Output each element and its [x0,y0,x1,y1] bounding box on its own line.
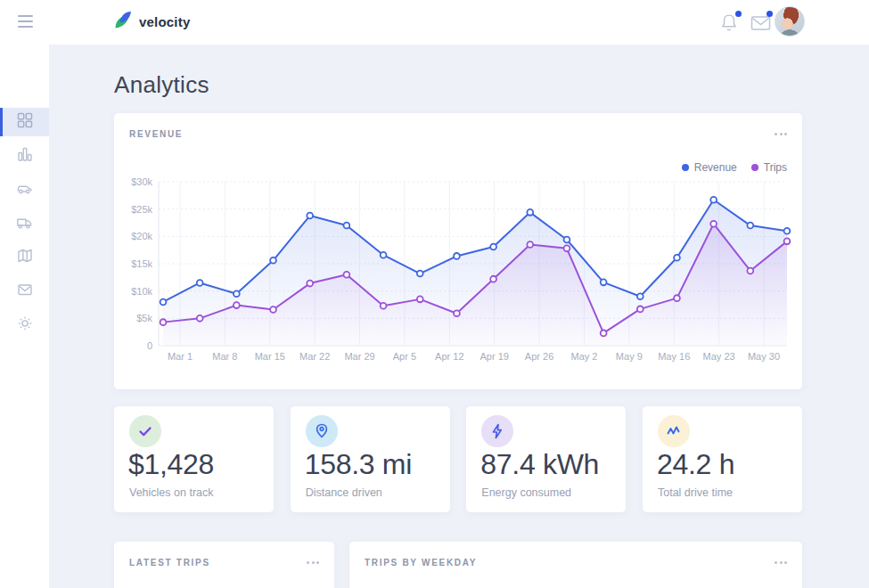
sidebar-item-map[interactable] [0,243,49,272]
svg-text:May 16: May 16 [658,351,690,362]
trips-by-weekday-title: TRIPS BY WEEKDAY [365,558,477,568]
svg-text:May 2: May 2 [570,351,597,362]
svg-text:$25k: $25k [131,204,152,215]
stat-value: 87.4 kWh [480,448,599,481]
trips-by-weekday-menu-button ellipsis-icon[interactable] [775,558,787,568]
bar-chart-icon [17,146,33,166]
notifications-button[interactable] [718,11,742,36]
notification-badge [735,11,742,17]
gear-icon [17,315,33,335]
menu-icon[interactable] [18,15,33,28]
sidebar [0,45,49,588]
brand-name: velocity [139,14,190,29]
revenue-card: $30k$25k$20k$15k$10k$5k0Mar 1Mar 8Mar 15… [114,113,802,389]
messages-button[interactable] [750,11,773,36]
trips-by-weekday-card: TRIPS BY WEEKDAY [349,542,802,588]
stat-label: Energy consumed [481,486,571,499]
legend-item-trips[interactable]: Trips [751,161,787,174]
revenue-card-title: REVENUE [129,129,183,139]
mail-icon [17,282,33,301]
svg-text:May 30: May 30 [748,351,780,362]
svg-text:$10k: $10k [131,286,152,297]
sidebar-item-fleet[interactable] [0,209,49,238]
stat-value: 158.3 mi [305,448,412,481]
svg-text:0: 0 [147,340,152,351]
svg-text:Mar 22: Mar 22 [299,351,330,362]
sidebar-item-vehicles[interactable] [0,176,49,204]
bell-icon [718,21,740,37]
main-area: Analytics $30k$25k$20k$15k$10k$5k0Mar 1M… [49,45,869,588]
sidebar-item-settings[interactable] [0,311,49,339]
svg-text:Apr 19: Apr 19 [480,351,508,362]
latest-trips-card: LATEST TRIPS [114,542,334,588]
svg-text:$20k: $20k [131,231,152,241]
check-icon [129,415,161,447]
chart-legend: RevenueTrips [682,161,787,174]
brand-logo[interactable]: velocity [114,10,190,33]
stat-card-energy: 87.4 kWh Energy consumed [466,406,626,512]
legend-dot-icon [751,164,758,171]
svg-text:$15k: $15k [131,258,152,269]
stat-card-distance: 158.3 mi Distance driven [291,406,450,512]
bottom-row: LATEST TRIPS TRIPS BY WEEKDAY [114,542,802,588]
svg-text:Mar 29: Mar 29 [344,351,374,362]
svg-text:$5k: $5k [136,313,152,323]
stats-row: $1,428 Vehicles on track 158.3 mi Distan… [114,406,802,512]
stat-value: 24.2 h [657,448,734,481]
stat-card-vehicles: $1,428 Vehicles on track [114,406,274,512]
stat-label: Distance driven [306,486,382,499]
svg-text:May 23: May 23 [703,351,735,362]
sidebar-item-analytics[interactable] [0,142,49,170]
svg-text:$30k: $30k [131,176,152,187]
revenue-card-menu-button ellipsis-icon[interactable] [775,129,787,139]
sidebar-item-messages[interactable] [0,277,49,306]
latest-trips-menu-button ellipsis-icon[interactable] [307,558,319,568]
svg-text:Mar 8: Mar 8 [212,351,237,362]
latest-trips-title: LATEST TRIPS [129,558,210,568]
activity-icon [658,415,690,447]
svg-text:Mar 1: Mar 1 [168,351,193,362]
message-badge [767,11,773,17]
sidebar-item-dashboard[interactable] [0,108,49,136]
bolt-icon [481,415,513,447]
topbar: velocity [0,0,869,45]
legend-dot-icon [682,164,689,171]
mail-icon [750,21,772,37]
svg-text:Apr 12: Apr 12 [435,351,463,362]
svg-text:Mar 15: Mar 15 [255,351,285,362]
svg-text:Apr 26: Apr 26 [525,351,553,362]
car-icon [16,180,33,200]
svg-text:May 9: May 9 [616,351,643,362]
svg-text:Apr 5: Apr 5 [393,351,416,362]
van-icon [16,214,33,233]
legend-item-revenue[interactable]: Revenue [682,161,737,174]
stat-label: Total drive time [658,486,733,499]
dashboard-grid-icon [17,112,33,132]
stat-card-drivetime: 24.2 h Total drive time [643,406,802,512]
velocity-leaf-icon [114,10,132,33]
map-pin-icon [306,415,338,447]
revenue-chart: $30k$25k$20k$15k$10k$5k0Mar 1Mar 8Mar 15… [114,113,802,389]
page-title: Analytics [114,71,802,98]
stat-value: $1,428 [128,448,214,481]
user-avatar[interactable] [775,6,805,37]
map-icon [17,248,33,267]
stat-label: Vehicles on track [129,486,214,499]
